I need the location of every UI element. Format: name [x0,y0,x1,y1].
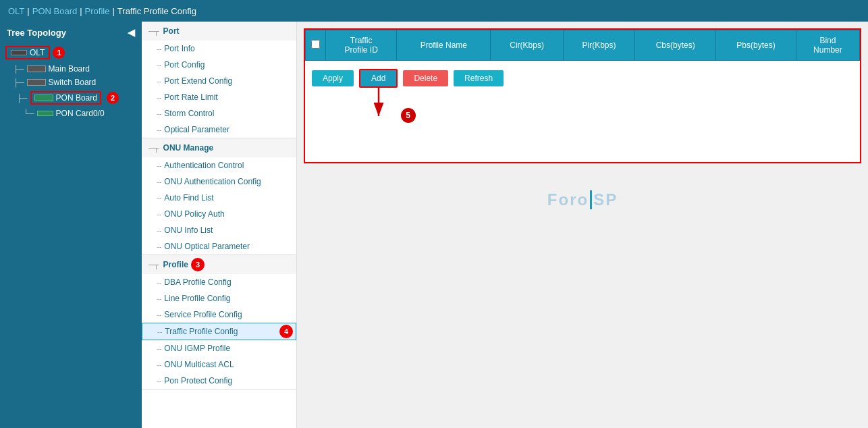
nav-item-port-rate[interactable]: Port Rate Limit [142,89,296,105]
olt-device-icon [11,50,27,55]
switchboard-label: Switch Board [49,78,97,87]
sidebar-header: Tree Topology ◀ [0,22,142,43]
breadcrumb-profile[interactable]: Profile [85,6,110,16]
poncard-icon [37,111,53,116]
traffic-profile-table: TrafficProfile ID Profile Name Cir(Kbps)… [305,30,860,61]
nav-item-igmp[interactable]: ONU IGMP Profile [142,340,296,356]
sidebar-item-olt[interactable]: OLT 1 [0,43,142,62]
apply-button[interactable]: Apply [312,70,354,86]
sidebar-item-mainboard[interactable]: ├─ Main Board [0,62,142,76]
ponboard-label: PON Board [56,93,97,103]
step-3-badge: 3 [191,258,205,271]
nav-section-port-header[interactable]: ─┬ Port [142,22,296,41]
ponboard-icon [34,95,53,101]
olt-label: OLT [30,48,45,57]
col-checkbox [306,30,326,61]
nav-item-pon-protect[interactable]: Pon Protect Config [142,373,296,389]
col-pbs: Pbs(bytes) [716,30,796,61]
nav-item-line[interactable]: Line Profile Config [142,290,296,306]
profile-section-label: Profile [163,260,188,269]
nav-item-port-extend[interactable]: Port Extend Config [142,73,296,89]
nav-item-dba[interactable]: DBA Profile Config [142,274,296,290]
nav-menu: ─┬ Port Port Info Port Config Port Exten… [142,22,297,428]
poncard-label: PON Card0/0 [56,109,105,118]
watermark: Foro SP [304,163,861,223]
col-profile-name: Profile Name [397,30,491,61]
step-5-badge: 5 [401,108,416,123]
col-pir: Pir(Kbps) [563,30,634,61]
nav-item-auto-find[interactable]: Auto Find List [142,190,296,206]
breadcrumb-olt[interactable]: OLT [8,6,24,16]
nav-item-optical[interactable]: Optical Parameter [142,122,296,138]
mainboard-icon [27,65,46,72]
watermark-text-left: Foro [547,190,589,209]
watermark-bar [590,190,592,209]
sidebar-item-switchboard[interactable]: ├─ Switch Board [0,76,142,89]
nav-item-onu-auth[interactable]: ONU Authentication Config [142,173,296,190]
nav-section-port: ─┬ Port Port Info Port Config Port Exten… [142,22,296,138]
nav-item-multicast[interactable]: ONU Multicast ACL [142,356,296,373]
nav-item-traffic[interactable]: Traffic Profile Config 4 [142,323,296,340]
traffic-profile-table-container: TrafficProfile ID Profile Name Cir(Kbps)… [304,28,861,163]
col-profile-id: TrafficProfile ID [326,30,397,61]
sidebar-item-poncard[interactable]: └─ PON Card0/0 [0,107,142,120]
sidebar: Tree Topology ◀ OLT 1 ├─ Main Board ├─ S… [0,22,142,428]
nav-section-profile: ─┬ Profile 3 DBA Profile Config Line Pro… [142,255,296,390]
port-section-label: Port [163,26,180,36]
add-button[interactable]: Add [359,69,398,88]
sidebar-item-ponboard[interactable]: ├─ PON Board 2 [0,89,142,107]
breadcrumb-ponboard[interactable]: PON Board [32,6,77,16]
step-1-badge: 1 [53,47,65,59]
port-expand-icon: ─┬ [148,27,159,35]
nav-item-storm[interactable]: Storm Control [142,105,296,122]
nav-item-onu-info[interactable]: ONU Info List [142,222,296,238]
mainboard-label: Main Board [49,64,90,74]
action-bar: Apply Add [305,61,860,96]
col-cir: Cir(Kbps) [491,30,564,61]
col-cbs: Cbs(bytes) [635,30,716,61]
switchboard-icon [27,79,46,86]
nav-item-port-info[interactable]: Port Info [142,41,296,57]
nav-item-onu-optical[interactable]: ONU Optical Parameter [142,238,296,255]
step-4-badge: 4 [279,325,293,338]
profile-expand-icon: ─┬ [148,261,159,269]
onu-section-label: ONU Manage [163,143,214,153]
nav-section-profile-header[interactable]: ─┬ Profile 3 [142,255,296,274]
breadcrumb: OLT | PON Board | Profile | Traffic Prof… [0,0,868,22]
sidebar-collapse-btn[interactable]: ◀ [128,27,135,38]
watermark-text-right: SP [593,190,618,209]
sidebar-title: Tree Topology [7,28,66,38]
nav-item-port-config[interactable]: Port Config [142,57,296,73]
col-bind: BindNumber [796,30,859,61]
nav-item-service[interactable]: Service Profile Config [142,306,296,323]
nav-section-onu: ─┬ ONU Manage Authentication Control ONU… [142,138,296,255]
breadcrumb-current: Traffic Profile Config [117,6,196,16]
step5-arrow [362,88,396,128]
step-2-badge: 2 [107,92,119,104]
traffic-item-label: Traffic Profile Config [165,327,238,336]
nav-section-onu-header[interactable]: ─┬ ONU Manage [142,138,296,157]
refresh-button[interactable]: Refresh [454,70,504,86]
table-area: TrafficProfile ID Profile Name Cir(Kbps)… [297,22,868,428]
select-all-checkbox[interactable] [311,40,320,49]
nav-item-onu-policy[interactable]: ONU Policy Auth [142,206,296,222]
nav-item-auth-control[interactable]: Authentication Control [142,157,296,173]
delete-button[interactable]: Delete [403,70,448,86]
onu-expand-icon: ─┬ [148,144,159,152]
